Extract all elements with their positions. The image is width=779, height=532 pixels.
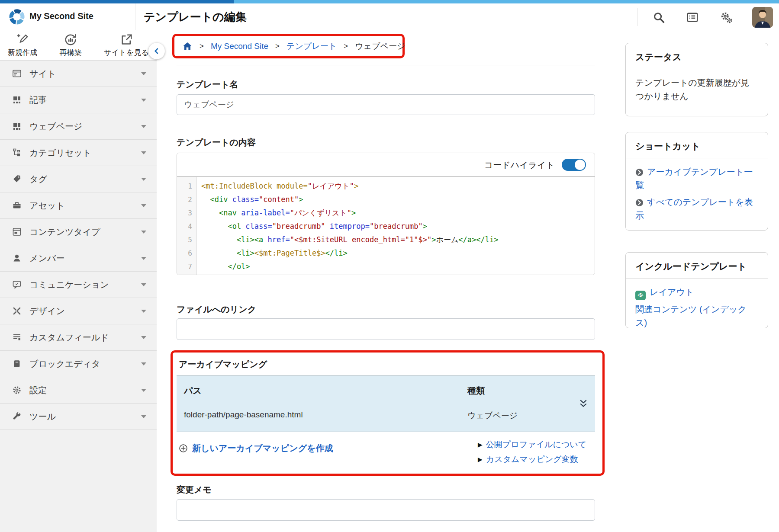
mapping-path-value: folder-path/page-basename.html — [184, 410, 303, 420]
user-avatar[interactable] — [752, 7, 773, 28]
expand-mapping-icon[interactable] — [579, 399, 588, 408]
breadcrumb-site-link[interactable]: My Second Site — [211, 42, 268, 51]
chevron-down-icon[interactable] — [141, 336, 146, 339]
line-number: 1 — [177, 179, 196, 193]
view-site-button[interactable]: サイトを見る — [104, 33, 149, 58]
chevron-down-icon[interactable] — [141, 231, 146, 234]
chevron-down-icon[interactable] — [141, 151, 146, 154]
code-line[interactable]: <ol class="breadcrumb" itemprop="breadcr… — [201, 220, 595, 233]
disclosure-triangle-icon: ▶ — [478, 456, 483, 463]
chevron-down-icon[interactable] — [141, 362, 146, 365]
chevron-down-icon[interactable] — [141, 125, 146, 128]
site-name[interactable]: My Second Site — [29, 11, 93, 21]
sidebar-item-site[interactable]: サイト — [0, 61, 157, 87]
chevron-down-icon[interactable] — [141, 283, 146, 286]
arrow-circle-icon — [635, 199, 644, 207]
include-templates-panel: インクルードテンプレート ‹$›レイアウト 関連コンテンツ (インデックス) — [625, 252, 768, 328]
sidebar-item-custom-fields[interactable]: カスタムフィールド — [0, 324, 157, 351]
site-icon — [11, 68, 23, 79]
chevron-down-icon[interactable] — [141, 99, 146, 102]
chevron-down-icon[interactable] — [141, 204, 146, 207]
code-editor-lines[interactable]: <mt:IncludeBlock module="レイアウト"> <div cl… — [197, 177, 595, 275]
disclosure-triangle-icon: ▶ — [478, 441, 483, 448]
chevron-down-icon[interactable] — [141, 257, 146, 260]
create-new-button[interactable]: 新規作成 — [8, 33, 37, 58]
sidebar-menu: サイト 記事 ウェブページ — [0, 61, 157, 430]
breadcrumb-current: ウェブページ — [355, 41, 405, 52]
sidebar-item-webpages[interactable]: ウェブページ — [0, 113, 157, 140]
rebuild-label: 再構築 — [60, 48, 82, 58]
shortcuts-panel-title: ショートカット — [626, 132, 768, 158]
breadcrumb-annotation: > My Second Site > テンプレート > ウェブページ — [172, 34, 405, 58]
template-name-label: テンプレート名 — [177, 79, 238, 90]
chevron-down-icon[interactable] — [141, 72, 146, 75]
code-line[interactable]: <nav aria-label="パンくずリスト"> — [201, 206, 595, 220]
change-note-label: 変更メモ — [177, 484, 212, 496]
code-highlight-toggle[interactable] — [562, 159, 586, 171]
chevron-left-icon — [153, 47, 161, 55]
gears-icon[interactable] — [718, 10, 734, 25]
block-editor-icon — [11, 359, 23, 369]
chevron-down-icon[interactable] — [141, 415, 146, 418]
status-panel-title: ステータス — [626, 43, 768, 69]
speech-bubble-icon — [11, 279, 23, 290]
archive-mapping-label: アーカイブマッピング — [179, 359, 267, 370]
sidebar-item-settings[interactable]: 設定 — [0, 377, 157, 404]
sidebar-item-content-types[interactable]: コンテンツタイプ — [0, 219, 157, 245]
include-templates-title: インクルードテンプレート — [626, 253, 768, 279]
change-note-input[interactable] — [177, 499, 595, 521]
sidebar-item-category-set[interactable]: カテゴリセット — [0, 140, 157, 166]
page-title: テンプレートの編集 — [144, 10, 247, 25]
plus-circle-icon — [179, 444, 188, 453]
chevron-down-icon[interactable] — [141, 178, 146, 181]
sidebar: 新規作成 再構築 サイトを見る — [0, 30, 157, 532]
archive-mapping-annotation: アーカイブマッピング パス 種類 folder-path/page-basena… — [171, 350, 605, 476]
include-template-layout-link[interactable]: ‹$›レイアウト — [635, 285, 753, 300]
code-line[interactable]: <mt:IncludeBlock module="レイアウト"> — [201, 179, 595, 193]
archive-templates-link[interactable]: アーカイブテンプレート一覧 — [635, 165, 753, 192]
create-mapping-link[interactable]: 新しいアーカイブマッピングを作成 — [179, 442, 333, 454]
template-name-input[interactable] — [177, 94, 595, 115]
code-editor-area[interactable]: 1234567 <mt:IncludeBlock module="レイアウト">… — [177, 176, 595, 275]
wrench-icon — [11, 411, 23, 422]
sidebar-item-entries[interactable]: 記事 — [0, 87, 157, 113]
all-templates-link[interactable]: すべてのテンプレートを表示 — [635, 195, 753, 222]
shortcuts-panel: ショートカット アーカイブテンプレート一覧 すべてのテンプレートを表示 — [625, 132, 768, 231]
linked-file-input[interactable] — [177, 318, 595, 340]
sidebar-item-assets[interactable]: アセット — [0, 192, 157, 219]
sidebar-item-block-editor[interactable]: ブロックエディタ — [0, 351, 157, 377]
include-template-related-link[interactable]: 関連コンテンツ (インデックス) — [635, 303, 753, 330]
line-number: 2 — [177, 193, 196, 206]
line-number: 5 — [177, 233, 196, 247]
sidebar-item-members[interactable]: メンバー — [0, 245, 157, 272]
header-divider-right — [637, 8, 638, 26]
code-line[interactable]: </ol> — [201, 260, 595, 273]
list-menu-icon[interactable] — [685, 10, 700, 25]
breadcrumb: > My Second Site > テンプレート > ウェブページ — [182, 41, 405, 52]
code-highlight-label: コードハイライト — [484, 159, 555, 171]
sidebar-item-tools[interactable]: ツール — [0, 404, 157, 430]
publishing-profile-link[interactable]: ▶ 公開プロファイルについて — [478, 439, 586, 450]
site-logo-icon[interactable] — [8, 8, 26, 26]
code-line[interactable]: <li><$mt:PageTitle$></li> — [201, 247, 595, 260]
code-line[interactable]: <div class="content"> — [201, 193, 595, 206]
home-icon[interactable] — [182, 41, 193, 51]
chevron-down-icon[interactable] — [141, 389, 146, 392]
sidebar-item-communication[interactable]: コミュニケーション — [0, 272, 157, 298]
breadcrumb-templates-link[interactable]: テンプレート — [286, 41, 337, 52]
sidebar-item-design[interactable]: デザイン — [0, 298, 157, 324]
header-divider — [135, 3, 135, 30]
tag-icon — [11, 174, 23, 184]
code-line[interactable]: <li><a href="<$mt:SiteURL encode_html="1… — [201, 233, 595, 247]
breadcrumb-divider — [177, 65, 595, 65]
code-editor-toolbar: コードハイライト — [177, 153, 595, 176]
gear-icon — [11, 385, 23, 395]
custom-mapping-variables-link[interactable]: ▶ カスタムマッピング変数 — [478, 454, 578, 465]
rebuild-button[interactable]: 再構築 — [60, 33, 82, 58]
search-icon[interactable] — [651, 10, 666, 25]
collapse-sidebar-button[interactable] — [148, 43, 165, 59]
chevron-down-icon[interactable] — [141, 310, 146, 313]
line-number: 3 — [177, 206, 196, 220]
sidebar-item-tags[interactable]: タグ — [0, 166, 157, 192]
category-set-icon — [11, 147, 23, 158]
